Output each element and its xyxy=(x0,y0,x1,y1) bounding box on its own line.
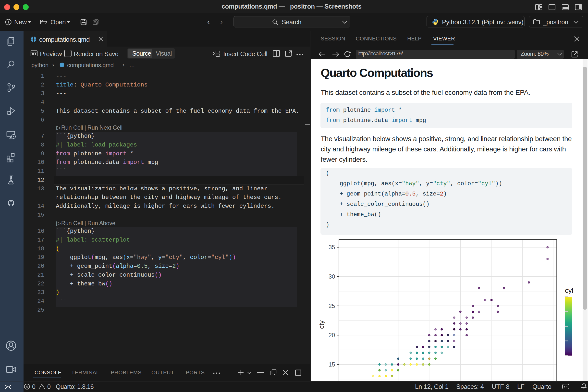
svg-text:25: 25 xyxy=(328,302,335,309)
svg-text:cty: cty xyxy=(318,320,325,329)
svg-text:20: 20 xyxy=(328,332,335,338)
svg-text:35: 35 xyxy=(328,244,335,250)
svg-text:15: 15 xyxy=(328,361,335,368)
svg-text:cyl: cyl xyxy=(565,287,573,294)
svg-text:30: 30 xyxy=(328,273,335,280)
